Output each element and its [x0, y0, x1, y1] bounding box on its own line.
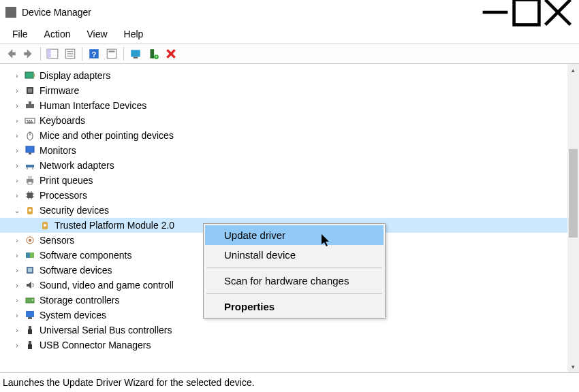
- expander-icon[interactable]: ›: [12, 162, 22, 169]
- svg-rect-29: [29, 120, 30, 121]
- tree-category[interactable]: ›Processors: [0, 188, 579, 203]
- expander-icon[interactable]: ›: [12, 252, 22, 259]
- expander-icon[interactable]: ›: [12, 312, 22, 319]
- device-tree[interactable]: ›Display adapters›Firmware›Human Interfa…: [0, 64, 579, 372]
- system-icon: [25, 310, 35, 321]
- uninstall-button[interactable]: [163, 46, 179, 62]
- tree-category[interactable]: ›Display adapters: [0, 68, 579, 83]
- tree-category[interactable]: ›Keyboards: [0, 113, 579, 128]
- close-button[interactable]: [542, 2, 574, 22]
- tree-category-label: Monitors: [40, 145, 76, 156]
- expander-icon[interactable]: ›: [12, 72, 22, 80]
- tree-category-label: Network adapters: [40, 160, 114, 171]
- ctx-scan-hardware[interactable]: Scan for hardware changes: [205, 271, 384, 291]
- menu-file[interactable]: File: [4, 26, 36, 42]
- cpu-icon: [25, 190, 35, 201]
- toolbar-separator: [40, 47, 41, 61]
- svg-point-54: [44, 224, 46, 227]
- tree-category-label: Sensors: [40, 235, 74, 246]
- tree-category-label: System devices: [40, 310, 106, 321]
- tree-category[interactable]: ›Monitors: [0, 143, 579, 158]
- tree-category[interactable]: ⌄Security devices: [0, 203, 579, 218]
- vertical-scrollbar[interactable]: ▴ ▾: [567, 64, 579, 372]
- sound-icon: [25, 280, 35, 291]
- svg-rect-35: [29, 152, 31, 154]
- sensor-icon: [25, 235, 35, 246]
- svg-rect-34: [26, 146, 34, 152]
- ctx-update-driver[interactable]: Update driver: [205, 225, 384, 245]
- expander-icon[interactable]: ›: [12, 87, 22, 95]
- network-icon: [25, 160, 35, 171]
- tree-category-label: Software devices: [40, 265, 112, 276]
- svg-rect-41: [28, 182, 32, 184]
- statusbar-text: Launches the Update Driver Wizard for th…: [3, 377, 255, 388]
- scroll-thumb[interactable]: [569, 149, 578, 238]
- expander-icon[interactable]: ›: [12, 327, 22, 334]
- expander-icon[interactable]: ›: [12, 177, 22, 184]
- tree-category-label: USB Connector Managers: [40, 340, 151, 350]
- expander-icon[interactable]: ›: [12, 132, 22, 140]
- tree-category-label: Mice and other pointing devices: [40, 130, 174, 141]
- menu-help[interactable]: Help: [116, 26, 152, 42]
- svg-rect-60: [28, 268, 32, 272]
- svg-point-52: [29, 209, 31, 212]
- ctx-properties[interactable]: Properties: [205, 297, 384, 316]
- tree-category[interactable]: ›Universal Serial Bus controllers: [0, 323, 579, 338]
- usb-icon: [25, 325, 35, 336]
- ctx-separator: [206, 267, 382, 268]
- tree-category[interactable]: ›Firmware: [0, 83, 579, 98]
- tree-category[interactable]: ›Network adapters: [0, 158, 579, 173]
- help-button[interactable]: ?: [86, 46, 102, 62]
- svg-rect-21: [25, 72, 33, 78]
- menu-view[interactable]: View: [78, 26, 115, 42]
- svg-rect-57: [26, 252, 30, 258]
- maximize-button[interactable]: [511, 2, 542, 22]
- expander-icon[interactable]: ›: [12, 192, 22, 199]
- add-hardware-button[interactable]: +: [145, 46, 161, 62]
- tree-category[interactable]: ›Human Interface Devices: [0, 98, 579, 113]
- expander-icon[interactable]: ›: [12, 102, 22, 110]
- tree-category[interactable]: ›Mice and other pointing devices: [0, 128, 579, 143]
- svg-rect-36: [26, 165, 34, 167]
- tree-category-label: Storage controllers: [40, 295, 120, 306]
- expander-icon[interactable]: ›: [12, 237, 22, 244]
- svg-rect-16: [151, 49, 155, 59]
- expander-icon[interactable]: ⌄: [12, 207, 22, 214]
- svg-rect-26: [29, 101, 31, 104]
- monitor-icon: [25, 145, 35, 156]
- ctx-uninstall-device[interactable]: Uninstall device: [205, 245, 384, 265]
- printer-icon: [25, 175, 35, 186]
- svg-rect-63: [26, 311, 34, 317]
- svg-rect-5: [47, 49, 51, 59]
- scan-hardware-button[interactable]: [127, 46, 144, 62]
- svg-rect-12: [107, 49, 116, 59]
- expander-icon[interactable]: ›: [12, 117, 22, 125]
- display-adapter-icon: [25, 70, 35, 81]
- svg-text:?: ?: [92, 50, 97, 59]
- firmware-icon: [25, 85, 35, 96]
- statusbar: Launches the Update Driver Wizard for th…: [0, 373, 579, 392]
- menu-action[interactable]: Action: [36, 26, 79, 42]
- svg-rect-14: [131, 50, 140, 56]
- svg-rect-24: [28, 88, 32, 93]
- tree-category[interactable]: ›USB Connector Managers: [0, 338, 579, 353]
- expander-icon[interactable]: ›: [12, 147, 22, 154]
- tree-category-label: Display adapters: [40, 70, 110, 81]
- show-hide-tree-button[interactable]: [44, 46, 61, 62]
- tree-category-label: Human Interface Devices: [40, 100, 146, 111]
- properties-button[interactable]: [62, 46, 78, 62]
- expander-icon[interactable]: ›: [12, 282, 22, 289]
- expander-icon[interactable]: ›: [12, 342, 22, 349]
- forward-button[interactable]: [20, 46, 37, 62]
- back-button[interactable]: [3, 46, 19, 62]
- scroll-down-arrow[interactable]: ▾: [567, 361, 579, 372]
- minimize-button[interactable]: [480, 2, 511, 22]
- usb-conn-icon: [25, 340, 35, 350]
- action-button[interactable]: [104, 46, 120, 62]
- scroll-up-arrow[interactable]: ▴: [567, 64, 579, 76]
- toolbar-separator: [82, 47, 82, 61]
- expander-icon[interactable]: ›: [12, 267, 22, 274]
- tree-category[interactable]: ›Print queues: [0, 173, 579, 188]
- expander-icon[interactable]: ›: [12, 297, 22, 304]
- svg-rect-28: [27, 120, 28, 121]
